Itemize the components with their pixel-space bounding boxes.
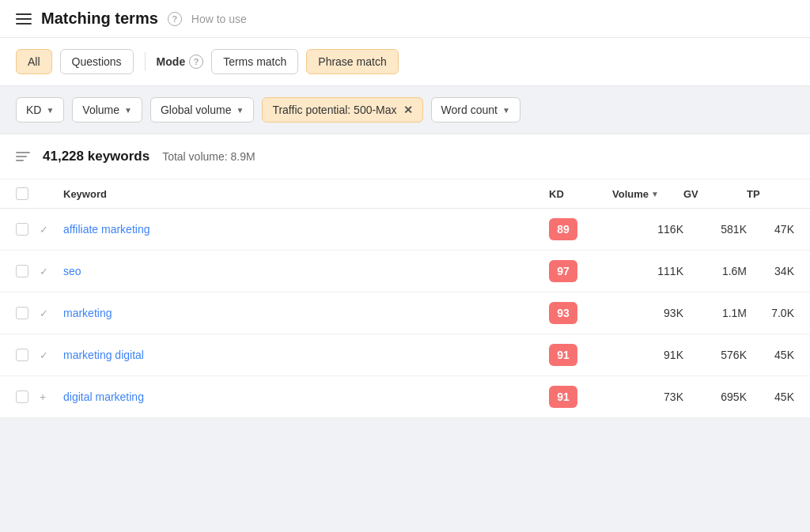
filter-row-2: KD ▼ Volume ▼ Global volume ▼ Traffic po… [0,86,810,134]
col-tp: TP [747,188,794,200]
chevron-down-icon: ▼ [236,106,244,115]
volume-cell: 73K [612,391,683,403]
kd-cell: 91 [549,344,612,366]
volume-cell: 93K [612,307,683,319]
checkmark-icon: ✓ [40,266,48,277]
word-count-dropdown[interactable]: Word count ▼ [431,97,520,123]
kd-dropdown[interactable]: KD ▼ [16,97,64,123]
terms-match-button[interactable]: Terms match [211,49,298,74]
plus-icon: + [40,391,46,403]
tp-cell: 47K [747,223,794,236]
kd-badge: 91 [549,344,577,366]
table-row: + digital marketing 91 73K 695K 45K [0,376,810,418]
keywords-count: 41,228 keywords [43,149,150,164]
mode-label: Mode ? [157,55,204,69]
mode-help-icon[interactable]: ? [189,55,203,69]
keyword-link[interactable]: marketing digital [63,349,549,361]
kd-badge: 93 [549,302,577,324]
divider [145,52,146,71]
keyword-link[interactable]: affiliate marketing [63,223,549,236]
tp-cell: 45K [747,349,794,361]
keyword-link[interactable]: marketing [63,307,549,319]
chevron-down-icon: ▼ [46,106,54,115]
row-checkbox[interactable] [16,307,28,319]
checkmark-icon: ✓ [40,349,48,361]
chevron-down-icon: ▼ [502,106,510,115]
page-title: Matching terms [41,9,158,28]
row-checkbox[interactable] [16,265,28,277]
sort-arrow-icon: ▼ [651,190,659,198]
col-kd: KD [549,188,612,200]
keyword-link[interactable]: digital marketing [63,391,549,403]
questions-filter-button[interactable]: Questions [60,49,134,74]
table-row: ✓ affiliate marketing 89 116K 581K 47K [0,209,810,251]
traffic-potential-filter-tag: Traffic potential: 500-Max ✕ [262,97,422,123]
header-help-icon[interactable]: ? [168,12,182,26]
row-checkbox[interactable] [16,223,28,236]
sort-icon[interactable] [16,152,30,161]
hamburger-menu-icon[interactable] [16,13,32,25]
gv-cell: 576K [683,349,747,361]
tp-cell: 45K [747,391,794,403]
col-gv: GV [683,188,747,200]
kd-cell: 93 [549,302,612,324]
kd-cell: 89 [549,218,612,240]
global-volume-dropdown[interactable]: Global volume ▼ [150,97,254,123]
gv-cell: 695K [683,391,747,403]
table-header: Keyword KD Volume ▼ GV TP [0,179,810,209]
gv-cell: 1.6M [683,265,747,277]
gv-cell: 581K [683,223,747,236]
checkmark-icon: ✓ [40,224,48,236]
checkmark-icon: ✓ [40,308,48,319]
row-check-icon: ✓ [40,265,63,277]
kd-badge: 97 [549,260,577,282]
volume-dropdown[interactable]: Volume ▼ [72,97,142,123]
header: Matching terms ? How to use [0,0,810,38]
content-area: 41,228 keywords Total volume: 8.9M Keywo… [0,134,810,418]
kd-cell: 91 [549,386,612,408]
total-volume: Total volume: 8.9M [162,150,255,163]
summary-bar: 41,228 keywords Total volume: 8.9M [0,134,810,179]
table-row: ✓ seo 97 111K 1.6M 34K [0,251,810,292]
col-volume[interactable]: Volume ▼ [612,188,683,200]
all-filter-button[interactable]: All [16,49,52,74]
kd-badge: 91 [549,386,577,408]
tp-cell: 34K [747,265,794,277]
volume-cell: 91K [612,349,683,361]
row-checkbox[interactable] [16,391,28,403]
select-all-checkbox[interactable] [16,187,28,200]
phrase-match-button[interactable]: Phrase match [306,49,398,74]
table-row: ✓ marketing 93 93K 1.1M 7.0K [0,292,810,334]
row-check-icon: ✓ [40,307,63,319]
gv-cell: 1.1M [683,307,747,319]
row-check-icon: ✓ [40,349,63,361]
filter-bar: All Questions Mode ? Terms match Phrase … [0,38,810,86]
row-checkbox[interactable] [16,349,28,361]
kd-badge: 89 [549,218,577,240]
row-check-icon: + [40,391,63,403]
col-keyword: Keyword [63,188,549,200]
keyword-link[interactable]: seo [63,265,549,277]
traffic-potential-close-button[interactable]: ✕ [403,104,413,115]
tp-cell: 7.0K [747,307,794,319]
kd-cell: 97 [549,260,612,282]
table-row: ✓ marketing digital 91 91K 576K 45K [0,334,810,376]
row-check-icon: ✓ [40,223,63,236]
volume-cell: 111K [612,265,683,277]
volume-cell: 116K [612,223,683,236]
how-to-use-link[interactable]: How to use [191,13,247,25]
chevron-down-icon: ▼ [124,106,132,115]
table-body: ✓ affiliate marketing 89 116K 581K 47K ✓… [0,209,810,418]
